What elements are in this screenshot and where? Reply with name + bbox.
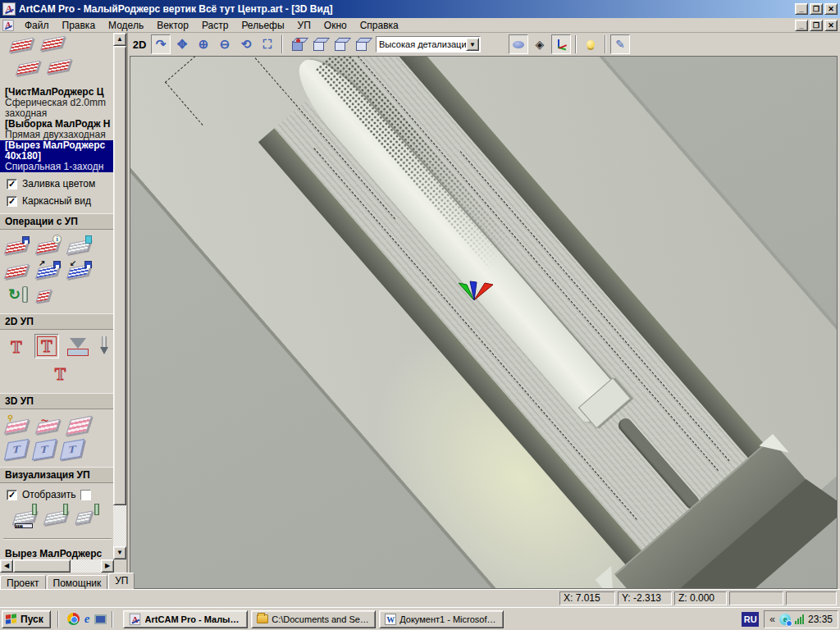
section-operations: Операции с УП <box>0 213 114 230</box>
detail-level-select[interactable]: Высокая детализация ▼ <box>376 36 481 52</box>
menu-help[interactable]: Справка <box>354 19 405 32</box>
show-simulation-checkbox[interactable]: ✓ <box>7 490 17 500</box>
feature-machining-button[interactable]: 〜 <box>38 416 61 436</box>
toolpath-icon[interactable] <box>40 36 65 52</box>
viewport-3d[interactable] <box>130 56 838 589</box>
delete-toolpath-button[interactable] <box>69 236 92 256</box>
mdi-minimize-button[interactable]: _ <box>795 20 808 31</box>
toolpath-summary-button[interactable]: i <box>38 236 61 256</box>
vertical-scrollbar-thumb[interactable] <box>113 46 126 505</box>
toolpath-list-item[interactable]: [ЧистМалРоджерс Ц Сферическая d2.0mm зах… <box>5 87 114 119</box>
transform-toolpath-button[interactable]: ↻ <box>7 285 30 305</box>
view-along-y-button[interactable] <box>330 34 349 54</box>
inlay-toolpath-button[interactable]: T <box>7 363 114 385</box>
shaded-view-button[interactable] <box>509 34 528 54</box>
show-desktop-icon[interactable] <box>94 614 107 624</box>
origin-axes-button[interactable] <box>551 34 571 54</box>
drilling-button[interactable] <box>98 336 110 358</box>
toolbar-separator <box>575 35 577 53</box>
draw-relief-button[interactable]: ✎ <box>610 34 630 54</box>
area-clearance-toolpath-button[interactable]: T <box>34 334 59 358</box>
section-2d-toolpaths: 2D УП <box>0 313 114 330</box>
toolpath-icon[interactable] <box>47 59 71 75</box>
z-level-roughing-button[interactable] <box>69 416 92 436</box>
toolbar-separator <box>281 35 283 53</box>
scroll-right-icon[interactable]: ▶ <box>101 559 114 573</box>
mdi-restore-button[interactable]: ❐ <box>810 20 823 31</box>
toolpath-list-item[interactable]: [Выборка МалРодж Н Прямая двухзаходная <box>5 119 114 140</box>
isometric-view-button[interactable] <box>287 34 307 54</box>
trash-icon <box>85 235 92 244</box>
toolpath-more-button[interactable] <box>38 285 61 305</box>
load-toolpath-button[interactable]: ↙ <box>69 261 92 281</box>
panel-horizontal-scrollbar[interactable]: ◀ ▶ <box>0 559 114 573</box>
taskbar-task-explorer[interactable]: C:\Documents and Settin... <box>251 610 376 628</box>
menu-toolpaths[interactable]: УП <box>291 19 317 32</box>
pan-view-button[interactable]: ✥ <box>172 34 192 54</box>
zoom-previous-button[interactable]: ⟲ <box>236 34 256 54</box>
tab-toolpaths[interactable]: УП <box>108 573 135 589</box>
machine-relief-button[interactable]: ⚲ <box>7 416 30 436</box>
view-along-z-button[interactable] <box>351 34 371 54</box>
cut-out-3d-button-3[interactable]: T <box>60 439 84 460</box>
rotate-view-button[interactable]: ↷ <box>151 34 171 54</box>
scroll-left-icon[interactable]: ◀ <box>0 559 13 573</box>
profile-toolpath-button[interactable]: T <box>7 336 26 358</box>
panel-vertical-scrollbar[interactable]: ▲ ▼ <box>113 33 126 559</box>
toolpath-icon[interactable] <box>9 38 34 53</box>
close-button[interactable]: ✕ <box>824 3 838 15</box>
fill-color-checkbox[interactable]: ✓ <box>7 179 17 189</box>
view-along-x-button[interactable] <box>308 34 328 54</box>
scroll-down-icon[interactable]: ▼ <box>113 546 126 559</box>
mode-2d-button[interactable]: 2D <box>130 34 149 54</box>
status-empty-cell <box>729 591 783 605</box>
tool-bit-icon <box>94 504 99 515</box>
menu-edit[interactable]: Правка <box>56 19 103 32</box>
vbit-carving-button[interactable] <box>67 336 90 358</box>
save-toolpath-as-button[interactable]: ↗ <box>38 261 61 281</box>
wireframe-grid-button[interactable]: ◈ <box>530 34 550 54</box>
menu-vector[interactable]: Вектор <box>150 19 195 32</box>
language-indicator[interactable]: RU <box>742 612 759 627</box>
menu-raster[interactable]: Растр <box>195 19 235 32</box>
secondary-checkbox[interactable] <box>80 490 91 500</box>
zoom-out-button[interactable]: ⊖ <box>215 34 235 54</box>
toolpath-icon[interactable] <box>16 61 40 76</box>
messenger-icon[interactable]: e <box>779 614 791 625</box>
chevron-down-icon[interactable]: ▼ <box>466 38 479 51</box>
delete-simulation-button[interactable] <box>77 507 100 527</box>
tab-project[interactable]: Проект <box>0 575 46 589</box>
internet-explorer-icon[interactable]: e <box>84 613 90 625</box>
start-button[interactable]: Пуск <box>2 610 51 628</box>
chrome-icon[interactable] <box>67 613 80 625</box>
menu-window[interactable]: Окно <box>317 19 354 32</box>
arrow-icon: ↙ <box>70 259 76 267</box>
menu-file[interactable]: Файл <box>18 19 56 32</box>
simulate-toolpath-button[interactable]: ▮▮▮▮ <box>15 507 38 527</box>
toolpath-icon-cluster <box>5 36 114 85</box>
taskbar-task-word[interactable]: W Документ1 - Microsoft ... <box>379 610 504 628</box>
scroll-up-icon[interactable]: ▲ <box>113 33 126 46</box>
toolpath-extra-button[interactable] <box>7 261 30 281</box>
toolpath-list-item-selected[interactable]: [Вырез МалРоджерс 40x180] Спиральная 1-з… <box>0 140 114 172</box>
fill-color-label: Заливка цветом <box>22 178 95 189</box>
tab-assistant[interactable]: Помощник <box>47 575 108 589</box>
tray-chevron-icon[interactable]: « <box>769 614 775 624</box>
wireframe-checkbox[interactable]: ✓ <box>7 196 17 207</box>
taskbar-task-artcam[interactable]: A ArtCAM Pro - МалыйР... <box>123 610 248 628</box>
cut-out-3d-button-1[interactable]: T <box>4 439 29 460</box>
taskbar-separator <box>57 611 59 628</box>
zoom-in-button[interactable]: ⊕ <box>194 34 213 54</box>
minimize-button[interactable]: _ <box>795 3 808 15</box>
menu-reliefs[interactable]: Рельефы <box>235 19 290 32</box>
horizontal-scrollbar-thumb[interactable] <box>13 559 71 573</box>
restore-button[interactable]: ❐ <box>810 3 823 15</box>
save-toolpath-button[interactable] <box>7 236 30 256</box>
cut-out-3d-button-2[interactable]: T <box>32 439 57 460</box>
menu-model[interactable]: Модель <box>102 19 150 32</box>
mdi-close-button[interactable]: ✕ <box>824 20 838 31</box>
zoom-fit-button[interactable]: ⛶ <box>258 34 277 54</box>
simulate-all-button[interactable] <box>46 507 69 527</box>
signal-bars-icon[interactable] <box>795 614 804 624</box>
lighting-button[interactable] <box>581 34 600 54</box>
